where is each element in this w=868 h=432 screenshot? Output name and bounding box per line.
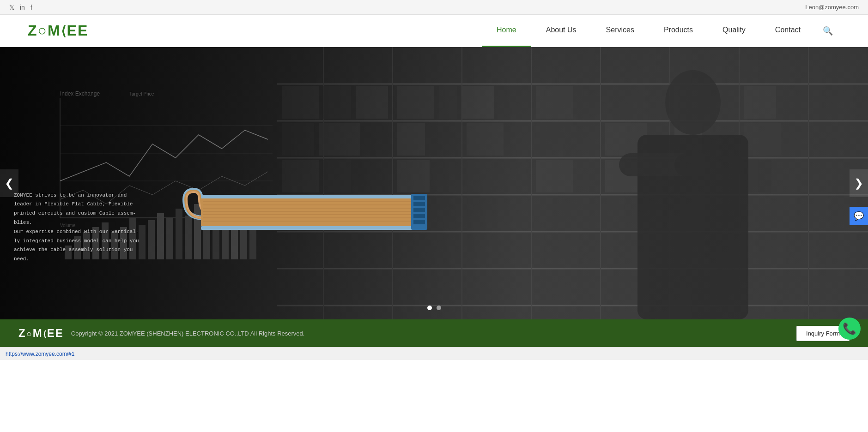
slider-next-button[interactable]: ❯ bbox=[850, 169, 868, 197]
svg-rect-75 bbox=[201, 198, 413, 226]
main-nav: Home About Us Services Products Quality … bbox=[482, 15, 840, 47]
svg-text:Index Exchange: Index Exchange bbox=[60, 90, 100, 97]
footer-logo: Z○M⟨EE bbox=[18, 327, 64, 340]
svg-rect-89 bbox=[413, 220, 425, 224]
nav-quality[interactable]: Quality bbox=[708, 15, 760, 47]
ffc-cable bbox=[176, 186, 416, 241]
main-header: Z○M⟨EE Home About Us Services Products Q… bbox=[0, 15, 868, 47]
nav-about[interactable]: About Us bbox=[531, 15, 591, 47]
svg-rect-83 bbox=[201, 226, 413, 230]
search-icon[interactable]: 🔍 bbox=[815, 15, 840, 47]
nav-services[interactable]: Services bbox=[591, 15, 649, 47]
slider-dot-1[interactable] bbox=[427, 306, 432, 310]
status-bar: https://www.zomyee.com/#1 bbox=[0, 347, 868, 360]
whatsapp-icon: 📞 bbox=[843, 322, 856, 335]
nav-contact[interactable]: Contact bbox=[760, 15, 815, 47]
svg-rect-87 bbox=[413, 208, 425, 212]
status-url: https://www.zomyee.com/#1 bbox=[6, 351, 74, 357]
social-links: 𝕏 in f bbox=[9, 4, 32, 11]
side-chat-button[interactable]: 💬 bbox=[850, 207, 868, 225]
whatsapp-button[interactable]: 📞 bbox=[838, 318, 861, 340]
slider-dots bbox=[427, 306, 441, 310]
footer: Z○M⟨EE Copyright © 2021 ZOMYEE (SHENZHEN… bbox=[0, 319, 868, 347]
svg-rect-86 bbox=[413, 202, 425, 206]
cable-visual bbox=[176, 186, 416, 241]
slider-prev-button[interactable]: ❮ bbox=[0, 169, 18, 197]
footer-copyright: Copyright © 2021 ZOMYEE (SHENZHEN) ELECT… bbox=[71, 330, 305, 337]
top-bar: 𝕏 in f Leon@zomyee.com bbox=[0, 0, 868, 15]
contact-email: Leon@zomyee.com bbox=[805, 4, 859, 11]
svg-rect-60 bbox=[157, 213, 164, 259]
slider-dot-2[interactable] bbox=[437, 306, 441, 310]
footer-left: Z○M⟨EE Copyright © 2021 ZOMYEE (SHENZHEN… bbox=[18, 327, 304, 340]
facebook-icon[interactable]: f bbox=[30, 4, 32, 11]
svg-rect-58 bbox=[139, 225, 146, 259]
svg-rect-88 bbox=[413, 214, 425, 218]
linkedin-icon[interactable]: in bbox=[20, 4, 25, 11]
svg-rect-85 bbox=[413, 196, 425, 200]
nav-products[interactable]: Products bbox=[649, 15, 708, 47]
svg-text:Target Price: Target Price bbox=[129, 91, 154, 96]
hero-description: ZOMYEE strives to be an innovator and le… bbox=[14, 191, 139, 264]
logo[interactable]: Z○M⟨EE bbox=[28, 22, 88, 39]
svg-rect-59 bbox=[148, 220, 155, 259]
svg-rect-74 bbox=[201, 195, 413, 198]
hero-text-content: ZOMYEE strives to be an innovator and le… bbox=[14, 191, 139, 264]
nav-home[interactable]: Home bbox=[482, 15, 531, 47]
svg-rect-61 bbox=[166, 218, 173, 259]
twitter-icon[interactable]: 𝕏 bbox=[9, 4, 14, 11]
hero-section: Index Exchange Target Price Volume bbox=[0, 47, 868, 319]
logo-text: Z○M⟨EE bbox=[28, 22, 88, 39]
chat-icon: 💬 bbox=[854, 211, 864, 221]
